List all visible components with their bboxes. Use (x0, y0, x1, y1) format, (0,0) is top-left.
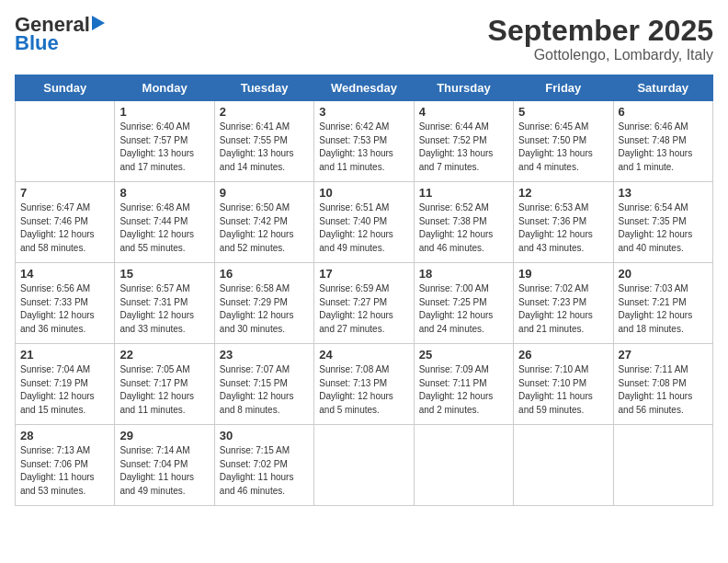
cell-date-number: 18 (419, 267, 508, 281)
cell-date-number: 6 (619, 105, 708, 119)
title-block: September 2025 Gottolengo, Lombardy, Ita… (488, 15, 713, 63)
calendar-cell: 25Sunrise: 7:09 AM Sunset: 7:11 PM Dayli… (414, 344, 513, 425)
week-row-1: 7Sunrise: 6:47 AM Sunset: 7:46 PM Daylig… (16, 182, 713, 263)
day-header-tuesday: Tuesday (214, 75, 313, 101)
cell-daylight-info: Sunrise: 7:14 AM Sunset: 7:04 PM Dayligh… (119, 444, 209, 498)
cell-date-number: 11 (419, 186, 508, 200)
calendar-cell: 9Sunrise: 6:50 AM Sunset: 7:42 PM Daylig… (214, 182, 313, 263)
calendar-cell (514, 425, 613, 506)
calendar-cell: 5Sunrise: 6:45 AM Sunset: 7:50 PM Daylig… (514, 101, 613, 182)
week-row-3: 21Sunrise: 7:04 AM Sunset: 7:19 PM Dayli… (16, 344, 713, 425)
calendar-cell (613, 425, 712, 506)
cell-date-number: 12 (518, 186, 608, 200)
calendar-cell: 17Sunrise: 6:59 AM Sunset: 7:27 PM Dayli… (314, 263, 414, 344)
cell-date-number: 22 (119, 348, 209, 362)
cell-daylight-info: Sunrise: 6:57 AM Sunset: 7:31 PM Dayligh… (119, 282, 209, 336)
calendar-cell: 15Sunrise: 6:57 AM Sunset: 7:31 PM Dayli… (115, 263, 214, 344)
location-title: Gottolengo, Lombardy, Italy (488, 47, 713, 63)
cell-daylight-info: Sunrise: 6:45 AM Sunset: 7:50 PM Dayligh… (518, 121, 608, 174)
cell-date-number: 21 (20, 348, 109, 362)
month-title: September 2025 (488, 15, 713, 47)
calendar-cell: 30Sunrise: 7:15 AM Sunset: 7:02 PM Dayli… (214, 425, 313, 506)
cell-date-number: 5 (518, 105, 608, 119)
week-row-2: 14Sunrise: 6:56 AM Sunset: 7:33 PM Dayli… (16, 263, 713, 344)
day-header-sunday: Sunday (16, 75, 115, 101)
cell-date-number: 16 (220, 267, 309, 281)
cell-date-number: 25 (419, 348, 508, 362)
cell-date-number: 13 (619, 186, 708, 200)
cell-date-number: 24 (319, 348, 408, 362)
cell-daylight-info: Sunrise: 7:05 AM Sunset: 7:17 PM Dayligh… (119, 363, 209, 417)
cell-date-number: 23 (220, 348, 309, 362)
calendar-cell: 6Sunrise: 6:46 AM Sunset: 7:48 PM Daylig… (613, 101, 712, 182)
calendar-cell: 16Sunrise: 6:58 AM Sunset: 7:29 PM Dayli… (214, 263, 313, 344)
cell-daylight-info: Sunrise: 6:56 AM Sunset: 7:33 PM Dayligh… (20, 282, 109, 336)
calendar-cell: 21Sunrise: 7:04 AM Sunset: 7:19 PM Dayli… (16, 344, 115, 425)
day-header-wednesday: Wednesday (314, 75, 414, 101)
calendar-cell: 4Sunrise: 6:44 AM Sunset: 7:52 PM Daylig… (414, 101, 513, 182)
cell-date-number: 28 (20, 429, 109, 442)
cell-date-number: 8 (119, 186, 209, 200)
calendar-cell: 11Sunrise: 6:52 AM Sunset: 7:38 PM Dayli… (414, 182, 513, 263)
calendar-cell: 22Sunrise: 7:05 AM Sunset: 7:17 PM Dayli… (115, 344, 214, 425)
cell-daylight-info: Sunrise: 6:46 AM Sunset: 7:48 PM Dayligh… (619, 121, 708, 174)
calendar-cell: 28Sunrise: 7:13 AM Sunset: 7:06 PM Dayli… (16, 425, 115, 506)
cell-date-number: 17 (319, 267, 408, 281)
calendar-cell: 23Sunrise: 7:07 AM Sunset: 7:15 PM Dayli… (214, 344, 313, 425)
cell-daylight-info: Sunrise: 7:15 AM Sunset: 7:02 PM Dayligh… (220, 444, 309, 498)
cell-daylight-info: Sunrise: 6:44 AM Sunset: 7:52 PM Dayligh… (419, 121, 508, 174)
cell-daylight-info: Sunrise: 7:07 AM Sunset: 7:15 PM Dayligh… (220, 363, 309, 417)
calendar-cell: 7Sunrise: 6:47 AM Sunset: 7:46 PM Daylig… (16, 182, 115, 263)
logo-blue: Blue (15, 33, 59, 53)
cell-daylight-info: Sunrise: 7:08 AM Sunset: 7:13 PM Dayligh… (319, 363, 408, 417)
cell-date-number: 20 (619, 267, 708, 281)
day-header-friday: Friday (514, 75, 613, 101)
cell-daylight-info: Sunrise: 7:09 AM Sunset: 7:11 PM Dayligh… (419, 363, 508, 417)
cell-daylight-info: Sunrise: 7:13 AM Sunset: 7:06 PM Dayligh… (20, 444, 109, 498)
calendar-cell: 29Sunrise: 7:14 AM Sunset: 7:04 PM Dayli… (115, 425, 214, 506)
day-header-thursday: Thursday (414, 75, 513, 101)
cell-date-number: 19 (518, 267, 608, 281)
cell-daylight-info: Sunrise: 6:51 AM Sunset: 7:40 PM Dayligh… (319, 201, 408, 255)
cell-daylight-info: Sunrise: 7:03 AM Sunset: 7:21 PM Dayligh… (619, 282, 708, 336)
week-row-0: 1Sunrise: 6:40 AM Sunset: 7:57 PM Daylig… (16, 101, 713, 182)
calendar-cell: 24Sunrise: 7:08 AM Sunset: 7:13 PM Dayli… (314, 344, 414, 425)
cell-daylight-info: Sunrise: 7:11 AM Sunset: 7:08 PM Dayligh… (619, 363, 708, 417)
calendar-cell: 1Sunrise: 6:40 AM Sunset: 7:57 PM Daylig… (115, 101, 214, 182)
day-header-monday: Monday (115, 75, 214, 101)
cell-date-number: 10 (319, 186, 408, 200)
cell-daylight-info: Sunrise: 7:02 AM Sunset: 7:23 PM Dayligh… (518, 282, 608, 336)
logo: General Blue (15, 15, 105, 53)
header-row: SundayMondayTuesdayWednesdayThursdayFrid… (16, 75, 713, 101)
cell-daylight-info: Sunrise: 6:59 AM Sunset: 7:27 PM Dayligh… (319, 282, 408, 336)
calendar-cell: 18Sunrise: 7:00 AM Sunset: 7:25 PM Dayli… (414, 263, 513, 344)
calendar-cell: 2Sunrise: 6:41 AM Sunset: 7:55 PM Daylig… (214, 101, 313, 182)
cell-date-number: 30 (220, 429, 309, 442)
logo-flag-icon (92, 16, 105, 34)
cell-daylight-info: Sunrise: 6:42 AM Sunset: 7:53 PM Dayligh… (319, 121, 408, 174)
cell-date-number: 26 (518, 348, 608, 362)
cell-daylight-info: Sunrise: 6:58 AM Sunset: 7:29 PM Dayligh… (220, 282, 309, 336)
page-header: General Blue September 2025 Gottolengo, … (15, 15, 713, 63)
calendar-table: SundayMondayTuesdayWednesdayThursdayFrid… (15, 75, 713, 506)
cell-date-number: 15 (119, 267, 209, 281)
cell-date-number: 2 (220, 105, 309, 119)
cell-daylight-info: Sunrise: 6:41 AM Sunset: 7:55 PM Dayligh… (220, 121, 309, 174)
calendar-cell: 26Sunrise: 7:10 AM Sunset: 7:10 PM Dayli… (514, 344, 613, 425)
cell-daylight-info: Sunrise: 6:40 AM Sunset: 7:57 PM Dayligh… (119, 121, 209, 174)
cell-daylight-info: Sunrise: 6:54 AM Sunset: 7:35 PM Dayligh… (619, 201, 708, 255)
cell-date-number: 7 (20, 186, 109, 200)
cell-date-number: 14 (20, 267, 109, 281)
cell-date-number: 3 (319, 105, 408, 119)
calendar-cell (16, 101, 115, 182)
calendar-cell: 13Sunrise: 6:54 AM Sunset: 7:35 PM Dayli… (613, 182, 712, 263)
cell-daylight-info: Sunrise: 7:00 AM Sunset: 7:25 PM Dayligh… (419, 282, 508, 336)
cell-daylight-info: Sunrise: 7:10 AM Sunset: 7:10 PM Dayligh… (518, 363, 608, 417)
week-row-4: 28Sunrise: 7:13 AM Sunset: 7:06 PM Dayli… (16, 425, 713, 506)
calendar-cell: 20Sunrise: 7:03 AM Sunset: 7:21 PM Dayli… (613, 263, 712, 344)
cell-date-number: 29 (119, 429, 209, 442)
cell-date-number: 27 (619, 348, 708, 362)
calendar-cell: 27Sunrise: 7:11 AM Sunset: 7:08 PM Dayli… (613, 344, 712, 425)
calendar-cell: 10Sunrise: 6:51 AM Sunset: 7:40 PM Dayli… (314, 182, 414, 263)
cell-date-number: 9 (220, 186, 309, 200)
